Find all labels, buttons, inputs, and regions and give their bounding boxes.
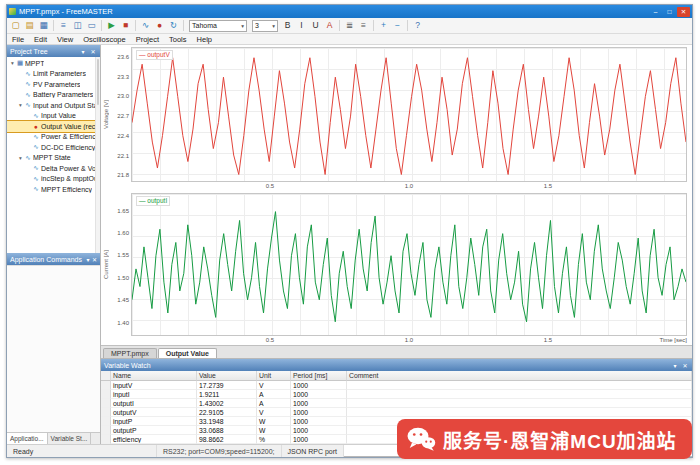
maximize-button[interactable]: □ — [663, 7, 676, 17]
y-tick-label: 23.3 — [117, 74, 129, 80]
x-tick-label: 1.5 — [544, 183, 552, 189]
menu-item-tools[interactable]: Tools — [164, 35, 192, 44]
watch-cell-value: 22.9105 — [197, 408, 257, 417]
scope-tab-bar: MPPT.pmpxOutput Value — [101, 345, 692, 358]
zoom-in-icon[interactable]: + — [377, 19, 390, 32]
tree-scrollbar[interactable] — [95, 57, 100, 253]
watch-cell-unit: W — [257, 426, 291, 435]
menu-item-view[interactable]: View — [52, 35, 78, 44]
new-project-icon[interactable]: ▢ — [9, 19, 22, 32]
watch-row-inputi[interactable]: inputI1.9211A1000 — [101, 390, 692, 399]
close-icon[interactable]: ✕ — [681, 362, 689, 369]
panel-menu-icon[interactable]: ▾ — [671, 362, 679, 369]
tree-item-input-and-output-state[interactable]: ▾∿Input and Output State — [7, 100, 100, 111]
y-tick-label: 21.8 — [117, 172, 129, 178]
zoom-out-icon[interactable]: − — [391, 19, 404, 32]
refresh-icon[interactable]: ↻ — [167, 19, 180, 32]
title-bar[interactable]: MPPT.pmpx - FreeMASTER – □ ✕ — [7, 5, 692, 18]
tree-expander-icon[interactable]: ▾ — [17, 102, 24, 108]
toolbar-separator — [53, 20, 54, 31]
watch-cell-unit: A — [257, 399, 291, 408]
tree-item-label: MPPT State — [33, 154, 71, 161]
legend: — outputI — [136, 196, 170, 206]
x-axis-ticks: 0.51.01.5 — [131, 182, 687, 191]
font-family-select[interactable]: Tahoma▾ — [189, 20, 247, 32]
watch-row-outputv[interactable]: outputV22.9105V1000 — [101, 408, 692, 417]
align-left-icon[interactable]: ≣ — [343, 19, 356, 32]
watch-row-gutter — [101, 390, 111, 399]
new-recorder-icon[interactable]: ● — [153, 19, 166, 32]
tree-item-power-efficiency[interactable]: ∿Power & Efficiency — [7, 132, 100, 143]
watch-row-inputv[interactable]: inputV17.2739V1000 — [101, 381, 692, 390]
tree-item-input-value[interactable]: ∿Input Value — [7, 111, 100, 122]
watch-cell-unit: W — [257, 417, 291, 426]
italic-icon[interactable]: I — [295, 19, 308, 32]
scope-chart-outputi[interactable]: Current [A] 1.651.601.551.501.451.40 — o… — [101, 191, 692, 345]
font-size-select[interactable]: 3▾ — [252, 20, 278, 32]
project-tree-toggle-icon[interactable]: ≡ — [57, 19, 70, 32]
watch-cell-value: 98.8662 — [197, 435, 257, 444]
tree-item-mppt[interactable]: ▾▦MPPT — [7, 58, 100, 69]
tree-expander-icon[interactable]: ▾ — [17, 155, 24, 161]
watch-row-outputi[interactable]: outputI1.43002A1000 — [101, 399, 692, 408]
tree-item-limit-parameters[interactable]: ∿Limit Parameters — [7, 69, 100, 80]
watch-cell-period-ms: 1000 — [291, 417, 347, 426]
watch-row-gutter — [101, 435, 111, 444]
watch-cell-value: 17.2739 — [197, 381, 257, 390]
tree-item-mppt-state[interactable]: ▾∿MPPT State — [7, 153, 100, 164]
app-commands-toggle-icon[interactable]: ▭ — [85, 19, 98, 32]
plot-area[interactable]: — outputV — [131, 47, 687, 182]
plot-area[interactable]: — outputI — [131, 193, 687, 336]
tree-item-battery-parameters[interactable]: ∿Battery Parameters — [7, 90, 100, 101]
open-project-icon[interactable]: ▤ — [23, 19, 36, 32]
tree-item-incstep-mpptout[interactable]: ∿incStep & mpptOut — [7, 174, 100, 185]
main-area: Project Tree ▾ ✕ ▾▦MPPT∿Limit Parameters… — [7, 45, 692, 444]
tree-item-output-value-recording[interactable]: ●Output Value (recording) — [7, 121, 100, 132]
menu-item-file[interactable]: File — [7, 35, 29, 44]
underline-icon[interactable]: U — [309, 19, 322, 32]
close-button[interactable]: ✕ — [677, 7, 690, 17]
close-icon[interactable]: ✕ — [89, 48, 97, 55]
tree-item-label: Battery Parameters — [33, 91, 93, 98]
minimize-button[interactable]: – — [649, 7, 662, 17]
tab-mppt-pmpx[interactable]: MPPT.pmpx — [103, 348, 157, 358]
project-tree: ▾▦MPPT∿Limit Parameters∿PV Parameters∿Ba… — [7, 57, 100, 253]
text-color-icon[interactable]: A — [323, 19, 336, 32]
tree-item-dc-dc-efficiency[interactable]: ∿DC-DC Efficiency — [7, 142, 100, 153]
watch-cell-name: outputI — [111, 399, 197, 408]
tree-item-label: Limit Parameters — [33, 70, 86, 77]
x-axis-label: Time [sec] — [660, 337, 687, 343]
stop-communication-icon[interactable]: ■ — [119, 19, 132, 32]
scrollbar-thumb[interactable] — [97, 59, 99, 105]
tree-item-mppt-efficiency[interactable]: ∿MPPT Efficiency — [7, 184, 100, 195]
watch-cell-comment — [347, 381, 692, 390]
scope-chart-outputv[interactable]: Voltage [V] 23.623.323.022.722.422.121.8… — [101, 45, 692, 191]
variable-watch-toggle-icon[interactable]: ◫ — [71, 19, 84, 32]
tab-output-value[interactable]: Output Value — [158, 348, 217, 358]
watch-column-comment: Comment — [347, 371, 692, 381]
menu-bar: FileEditViewOscilloscopeProjectToolsHelp — [7, 34, 692, 45]
save-project-icon[interactable]: ▦ — [37, 19, 50, 32]
menu-item-edit[interactable]: Edit — [29, 35, 52, 44]
tree-item-delta-power-voltage[interactable]: ∿Delta Power & Voltage — [7, 163, 100, 174]
sidebar-tab-applicatio[interactable]: Applicatio... — [7, 433, 48, 444]
menu-item-oscilloscope[interactable]: Oscilloscope — [78, 35, 131, 44]
scope-page-icon: ∿ — [32, 175, 40, 183]
close-icon[interactable]: ✕ — [92, 256, 97, 263]
tree-item-pv-parameters[interactable]: ∿PV Parameters — [7, 79, 100, 90]
watch-cell-value: 33.1948 — [197, 417, 257, 426]
sidebar-tab-variable-st[interactable]: Variable St... — [48, 433, 92, 444]
watch-cell-unit: V — [257, 408, 291, 417]
y-axis-label: Current [A] — [101, 193, 111, 336]
start-communication-icon[interactable]: ▶ — [105, 19, 118, 32]
new-scope-icon[interactable]: ∿ — [139, 19, 152, 32]
menu-item-help[interactable]: Help — [192, 35, 217, 44]
x-tick-label: 0.5 — [266, 183, 274, 189]
menu-item-project[interactable]: Project — [131, 35, 164, 44]
panel-menu-icon[interactable]: ▾ — [79, 48, 87, 55]
align-center-icon[interactable]: ≡ — [357, 19, 370, 32]
bold-icon[interactable]: B — [281, 19, 294, 32]
tree-expander-icon[interactable]: ▾ — [9, 60, 16, 66]
panel-menu-icon[interactable]: ▾ — [86, 256, 90, 263]
help-icon[interactable]: ? — [411, 19, 424, 32]
